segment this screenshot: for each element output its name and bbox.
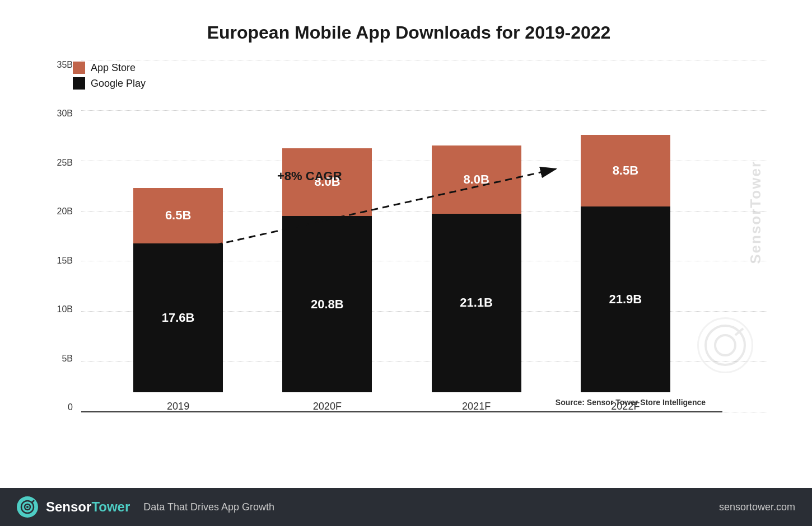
y-label-35b: 35B xyxy=(57,60,73,70)
bar-bottom-label-2020f: 20.8B xyxy=(311,297,344,312)
bar-bottom-2021f: 21.1B xyxy=(432,214,521,393)
x-axis-line xyxy=(81,411,722,412)
x-label-2019: 2019 xyxy=(167,401,189,412)
bar-top-2021f: 8.0B xyxy=(432,145,521,213)
watermark-circle-svg xyxy=(703,323,748,368)
bar-stack-2020f: 8.0B 20.8B xyxy=(282,148,372,392)
bar-stack-2021f: 8.0B 21.1B xyxy=(432,145,521,392)
x-label-2020f: 2020F xyxy=(313,401,342,412)
logo-svg xyxy=(20,500,35,514)
bar-group-2022f: 8.5B 21.9B 2022F xyxy=(581,135,670,412)
bar-top-2019: 6.5B xyxy=(133,188,223,243)
y-label-15b: 15B xyxy=(57,256,73,266)
bar-bottom-label-2022f: 21.9B xyxy=(609,292,642,307)
footer-left: SensorTower Data That Drives App Growth xyxy=(17,496,274,518)
bars-area: 6.5B 17.6B 2019 8.0B xyxy=(81,60,722,412)
y-label-10b: 10B xyxy=(57,304,73,314)
chart-container: European Mobile App Downloads for 2019-2… xyxy=(0,0,812,526)
bar-bottom-label-2021f: 21.1B xyxy=(460,295,493,310)
source-text: Source: Sensor Tower Store Intelligence xyxy=(556,398,706,407)
chart-area: 35B 30B 25B 20B 15B 10B 5B 0 xyxy=(50,60,767,440)
svg-point-3 xyxy=(715,335,735,355)
chart-title: European Mobile App Downloads for 2019-2… xyxy=(50,17,767,43)
source-label: Source: Sensor Tower Store Intelligence xyxy=(556,398,706,407)
svg-line-8 xyxy=(31,500,34,503)
chart-plot: 6.5B 17.6B 2019 8.0B xyxy=(81,60,767,440)
bar-bottom-2019: 17.6B xyxy=(133,243,223,393)
bar-bottom-2022f: 21.9B xyxy=(581,206,670,392)
bar-stack-2022f: 8.5B 21.9B xyxy=(581,135,670,392)
cagr-label: +8% CAGR xyxy=(277,169,342,184)
y-axis: 35B 30B 25B 20B 15B 10B 5B 0 xyxy=(50,60,81,440)
bar-group-2020f: 8.0B 20.8B 2020F xyxy=(282,148,372,412)
bar-bottom-2020f: 20.8B xyxy=(282,216,372,392)
y-label-30b: 30B xyxy=(57,109,73,119)
footer-brand: SensorTower xyxy=(46,499,130,515)
footer-brand-sensor: Sensor xyxy=(46,499,91,514)
y-label-0: 0 xyxy=(68,402,73,412)
y-label-5b: 5B xyxy=(62,354,73,364)
bar-top-label-2019: 6.5B xyxy=(165,208,191,223)
footer-tagline: Data That Drives App Growth xyxy=(143,501,274,513)
svg-point-7 xyxy=(26,506,29,508)
y-label-25b: 25B xyxy=(57,158,73,168)
footer-bar: SensorTower Data That Drives App Growth … xyxy=(0,488,812,526)
footer-url: sensortower.com xyxy=(719,501,795,513)
bar-group-2021f: 8.0B 21.1B 2021F xyxy=(432,145,521,412)
bar-top-label-2021f: 8.0B xyxy=(463,172,489,187)
sensortower-logo-icon xyxy=(17,496,38,518)
chart-main: European Mobile App Downloads for 2019-2… xyxy=(0,0,812,488)
footer-brand-tower: Tower xyxy=(91,499,130,514)
bar-top-2022f: 8.5B xyxy=(581,135,670,207)
bar-bottom-label-2019: 17.6B xyxy=(162,311,195,325)
bar-stack-2019: 6.5B 17.6B xyxy=(133,188,223,392)
x-label-2021f: 2021F xyxy=(462,401,491,412)
watermark-text: SensorTower xyxy=(747,161,764,264)
watermark-circle xyxy=(697,317,753,373)
bar-group-2019: 6.5B 17.6B 2019 xyxy=(133,188,223,412)
y-label-20b: 20B xyxy=(57,206,73,217)
bar-top-label-2022f: 8.5B xyxy=(613,163,638,178)
